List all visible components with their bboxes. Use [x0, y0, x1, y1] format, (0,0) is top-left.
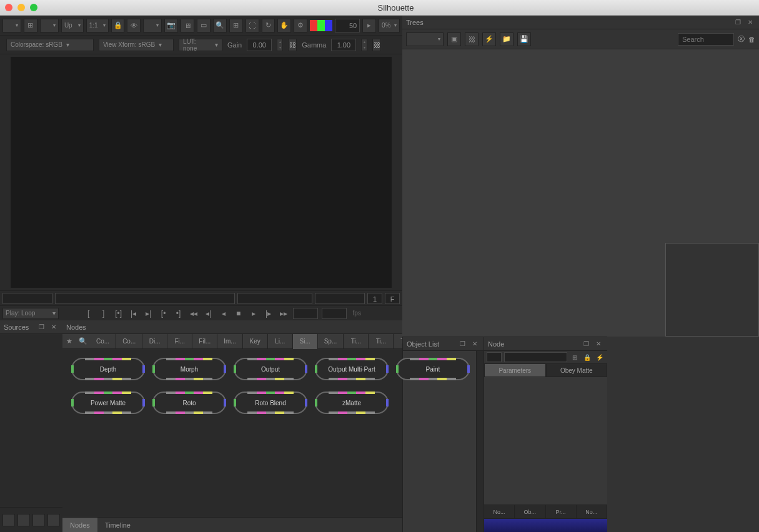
channel-dropdown[interactable]: ▾ — [40, 19, 59, 32]
camera-icon[interactable]: 📷 — [164, 19, 178, 32]
obj-popout-icon[interactable]: ❐ — [457, 339, 467, 349]
key-next-icon[interactable]: ▸| — [143, 308, 154, 319]
nd-btab-3[interactable]: No... — [577, 505, 607, 518]
favorite-icon[interactable]: ★ — [62, 335, 76, 348]
nd-bolt-icon[interactable]: ⚡ — [595, 352, 605, 362]
add-icon[interactable]: ⊞ — [24, 19, 37, 32]
sources-popout-icon[interactable]: ❐ — [36, 322, 46, 332]
frame-range[interactable] — [315, 293, 365, 304]
frame-next-icon[interactable]: ▸ — [362, 19, 376, 32]
zoom-dropdown[interactable]: 1:1▾ — [86, 19, 109, 32]
key-prev-icon[interactable]: |◂ — [128, 308, 139, 319]
nd-name-field[interactable] — [504, 352, 567, 362]
source-icon-2[interactable] — [17, 514, 30, 526]
node-item[interactable]: Morph — [152, 358, 226, 380]
nd-popout-icon[interactable]: ❐ — [581, 339, 591, 349]
refresh-icon[interactable]: ↻ — [262, 19, 275, 32]
node-item[interactable]: Power Matte — [71, 392, 145, 414]
maximize-icon[interactable] — [30, 4, 37, 11]
source-icon-3[interactable] — [32, 514, 45, 526]
link-icon[interactable]: ⛓ — [288, 39, 297, 51]
node-category-tab[interactable]: Si... — [293, 334, 318, 349]
range-icon[interactable]: [•] — [113, 308, 124, 319]
trees-view-dropdown[interactable]: ▾ — [406, 32, 444, 46]
gamma-spinner[interactable]: ▴▾ — [361, 39, 367, 51]
minimize-icon[interactable] — [17, 4, 25, 11]
fps-field-1[interactable] — [293, 308, 318, 319]
node-item[interactable]: Roto — [152, 392, 226, 414]
fps-field-2[interactable] — [322, 308, 347, 319]
object-scrollbar[interactable] — [476, 351, 484, 532]
node-item[interactable]: zMatte — [315, 392, 389, 414]
step-back-icon[interactable]: ◂| — [203, 308, 214, 319]
search-nodes-icon[interactable]: 🔍 — [76, 335, 90, 348]
obj-close-icon[interactable]: ✕ — [470, 339, 480, 349]
gamma-link-icon[interactable]: ⛓ — [372, 39, 381, 51]
viewxform-dropdown[interactable]: View Xform: sRGB▾ — [99, 39, 174, 51]
trees-delete-icon[interactable]: 🗑 — [748, 36, 755, 43]
in-point-icon[interactable]: [ — [83, 308, 94, 319]
node-category-tab[interactable]: Fi... — [167, 334, 192, 349]
sources-body[interactable] — [0, 334, 62, 507]
percent-dropdown[interactable]: 0%▾ — [379, 19, 400, 32]
node-item[interactable]: Roto Blend — [234, 392, 307, 414]
step-fwd-icon[interactable]: |▸ — [263, 308, 274, 319]
trees-close-icon[interactable]: ✕ — [745, 17, 755, 27]
node-category-tab[interactable]: Co... — [116, 334, 142, 349]
monitor-icon[interactable]: 🖥 — [181, 19, 194, 32]
eye-icon[interactable]: 👁 — [127, 19, 141, 32]
gain-spinner[interactable]: ▴▾ — [277, 39, 283, 51]
play-icon[interactable]: ▸ — [248, 308, 259, 319]
lut-dropdown[interactable]: LUT: none▾ — [179, 39, 222, 51]
mark-in-icon[interactable]: [• — [158, 308, 169, 319]
out-point-icon[interactable]: ] — [98, 308, 109, 319]
node-category-tab[interactable]: Ti... — [344, 334, 369, 349]
node-item[interactable]: Output — [234, 358, 307, 380]
trees-folder-icon[interactable]: 📁 — [500, 32, 513, 46]
trees-bolt-icon[interactable]: ⚡ — [482, 32, 496, 46]
node-category-tab[interactable]: Co... — [90, 334, 116, 349]
gamma-input[interactable] — [331, 39, 356, 51]
node-category-tab[interactable]: Li... — [268, 334, 293, 349]
gain-input[interactable] — [247, 39, 272, 51]
frame-slider[interactable] — [55, 293, 235, 304]
grid-icon[interactable]: ⊞ — [229, 19, 243, 32]
trees-frame-icon[interactable]: ▣ — [447, 32, 461, 46]
frame-current[interactable]: 1 — [367, 293, 382, 304]
frame-input[interactable] — [335, 19, 360, 32]
node-category-tab[interactable]: Fil... — [192, 334, 217, 349]
trees-save-icon[interactable]: 💾 — [517, 32, 531, 46]
safe-icon[interactable]: ▭ — [197, 19, 211, 32]
mark-out-icon[interactable]: •] — [173, 308, 184, 319]
node-category-tab[interactable]: Di... — [142, 334, 167, 349]
node-detail-body[interactable] — [484, 377, 607, 505]
node-item[interactable]: Depth — [71, 358, 145, 380]
expand-icon[interactable]: ⛶ — [246, 19, 259, 32]
goto-end-icon[interactable]: ▸▸ — [278, 308, 289, 319]
view-dropdown-1[interactable]: ▾ — [2, 19, 21, 32]
tab-parameters[interactable]: Parameters — [484, 363, 546, 377]
stop-icon[interactable]: ■ — [233, 308, 244, 319]
node-item[interactable]: Output Multi-Part — [315, 358, 389, 380]
nd-add-icon[interactable]: ⊞ — [570, 352, 580, 362]
node-category-tab[interactable]: Key — [243, 334, 268, 349]
trees-link-icon[interactable]: ⛓ — [465, 32, 479, 46]
nd-btab-1[interactable]: Ob... — [515, 505, 545, 518]
colorspace-dropdown[interactable]: Colorspace: sRGB▾ — [6, 39, 94, 51]
sources-close-icon[interactable]: ✕ — [49, 322, 59, 332]
node-category-tab[interactable]: Sp... — [318, 334, 344, 349]
trees-popout-icon[interactable]: ❐ — [733, 17, 743, 27]
tab-obey-matte[interactable]: Obey Matte — [546, 363, 608, 377]
close-icon[interactable] — [5, 4, 12, 11]
eye-options[interactable]: ▾ — [143, 19, 162, 32]
tab-timeline[interactable]: Timeline — [97, 518, 138, 533]
goto-start-icon[interactable]: ◂◂ — [188, 308, 199, 319]
nd-btab-2[interactable]: Pr... — [546, 505, 577, 518]
nd-swatch[interactable] — [487, 352, 502, 362]
source-icon-1[interactable] — [2, 514, 15, 526]
trees-minimap[interactable] — [665, 243, 759, 337]
nd-lock-icon[interactable]: 🔒 — [582, 352, 592, 362]
trees-canvas[interactable] — [402, 49, 759, 337]
source-icon-4[interactable] — [47, 514, 60, 526]
node-category-tab[interactable]: Ti... — [369, 334, 394, 349]
